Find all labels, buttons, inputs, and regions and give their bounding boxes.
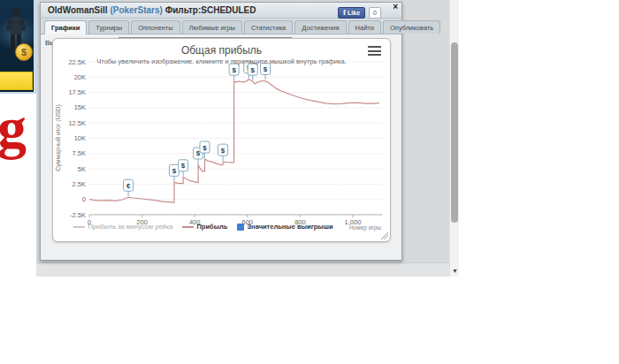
like-count-badge: 0 xyxy=(369,7,381,19)
legend-item-net-profit[interactable]: Прибыль за минусом рейка xyxy=(73,223,172,231)
popup-title: OldWomanSill (PokerStars) Фильтр:SCHEDUL… xyxy=(48,5,256,15)
blue-square-icon xyxy=(237,224,244,231)
chart-subtitle: Чтобы увеличить изображение, кликните и … xyxy=(53,57,390,65)
partial-logo-letter: g xyxy=(0,99,27,157)
facebook-icon: f xyxy=(343,8,346,17)
win-marker-symbol: $ xyxy=(172,167,177,175)
chart-title: Общая прибыль xyxy=(53,44,390,57)
chart-card: 22.5K20K17.5K15K12.5K10K7.5K5K2.5K0-2.5K… xyxy=(52,38,391,242)
page-bottom-strip xyxy=(36,262,449,277)
ad-banner[interactable]: $ xyxy=(0,0,36,94)
tab-favorite-games[interactable]: Любимые игры xyxy=(182,20,242,34)
y-tick-label: 10K xyxy=(74,134,86,142)
resize-handle[interactable] xyxy=(381,232,388,239)
popup-header: OldWomanSill (PokerStars) Фильтр:SCHEDUL… xyxy=(41,3,401,19)
y-tick-label: 2.5K xyxy=(73,180,86,188)
gray-line-icon xyxy=(73,226,85,228)
y-tick-label: 15K xyxy=(74,103,86,111)
legend-label: Прибыль xyxy=(196,223,227,231)
red-line-icon xyxy=(182,226,194,228)
legend-item-profit[interactable]: Прибыль xyxy=(182,223,227,231)
ad-cta-button[interactable] xyxy=(0,72,33,90)
like-label: Like xyxy=(348,10,360,16)
tab-graphs[interactable]: Графики xyxy=(44,20,87,34)
legend-label: Прибыль за минусом рейка xyxy=(88,223,172,231)
y-tick-label: 12.5K xyxy=(68,119,86,127)
tab-find[interactable]: Найти xyxy=(348,20,381,34)
vertical-scrollbar[interactable]: ▼ xyxy=(449,0,459,277)
chart-legend: Прибыль за минусом рейка Прибыль Значите… xyxy=(53,223,354,231)
tab-publish[interactable]: Опубликовать xyxy=(383,20,440,34)
win-marker-symbol: $ xyxy=(232,66,236,74)
y-tick-label: 0 xyxy=(82,195,86,203)
win-marker-symbol: $ xyxy=(221,147,225,155)
win-marker-symbol: $ xyxy=(251,66,256,74)
close-icon[interactable]: × xyxy=(393,3,398,11)
y-tick-label: 7.5K xyxy=(73,149,86,157)
facebook-like-widget[interactable]: fLike 0 xyxy=(338,7,381,19)
hamburger-menu-icon[interactable] xyxy=(368,46,381,56)
y-axis-title: Суммарный итог (USD) xyxy=(55,104,62,171)
chart-svg: 22.5K20K17.5K15K12.5K10K7.5K5K2.5K0-2.5K… xyxy=(53,39,391,242)
scrollbar-thumb[interactable] xyxy=(451,42,458,223)
player-name: OldWomanSill xyxy=(48,5,108,15)
tab-statistics[interactable]: Статистика xyxy=(244,20,293,34)
tab-achievements[interactable]: Достижения xyxy=(294,20,346,34)
y-tick-label: -2.5K xyxy=(70,211,86,219)
gold-coin-icon: $ xyxy=(15,43,33,61)
tab-opponents[interactable]: Оппоненты xyxy=(131,20,180,34)
y-tick-label: 20K xyxy=(74,73,86,81)
chart-plot-area[interactable]: 22.5K20K17.5K15K12.5K10K7.5K5K2.5K0-2.5K… xyxy=(53,39,391,242)
win-marker-symbol: € xyxy=(126,182,131,190)
win-marker-symbol: $ xyxy=(264,65,268,73)
facebook-like-button[interactable]: fLike xyxy=(338,7,365,19)
legend-label: Значительные выигрыши xyxy=(247,223,332,231)
site-name: (PokerStars) xyxy=(110,5,162,15)
scrollbar-down-arrow-icon[interactable]: ▼ xyxy=(450,266,460,277)
filter-label: Фильтр:SCHEDULED xyxy=(165,5,256,15)
win-marker-symbol: $ xyxy=(181,162,186,170)
y-tick-label: 17.5K xyxy=(68,88,86,96)
tab-tournaments[interactable]: Турниры xyxy=(88,20,129,34)
player-stats-popup: OldWomanSill (PokerStars) Фильтр:SCHEDUL… xyxy=(40,2,402,261)
x-axis-title: Номер игры xyxy=(349,224,381,231)
y-tick-label: 5K xyxy=(78,165,86,173)
tab-bar: ГрафикиТурнирыОппонентыЛюбимые игрыСтати… xyxy=(41,19,401,34)
legend-item-significant-wins[interactable]: Значительные выигрыши xyxy=(237,223,332,231)
win-marker-symbol: $ xyxy=(203,144,207,152)
